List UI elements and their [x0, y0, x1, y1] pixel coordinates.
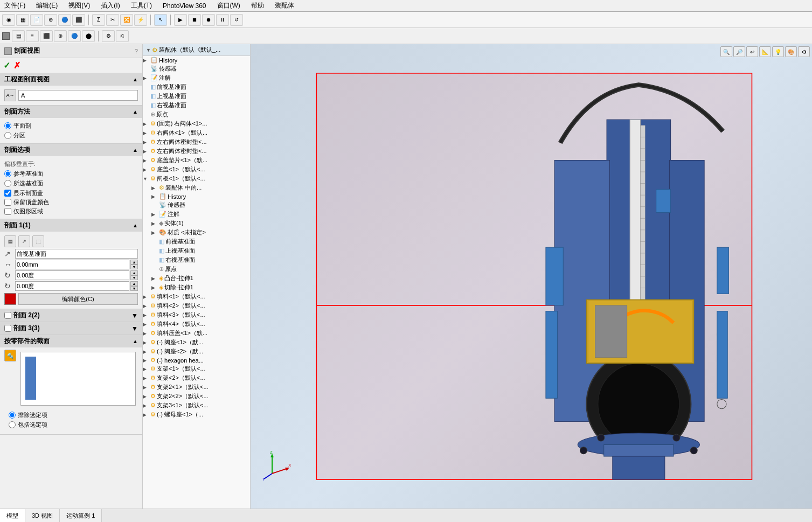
tree-item[interactable]: ▶ ⚙ 填料<4>（默认<... [143, 319, 250, 329]
section-1-header[interactable]: 剖面 1(1) ▲ [0, 219, 142, 232]
toolbar-btn-14[interactable]: ⏸ [216, 14, 229, 26]
tree-item[interactable]: ▶ 📝 注解 [143, 210, 250, 219]
toolbar-btn-15[interactable]: ↺ [230, 14, 243, 26]
cancel-button[interactable]: ✗ [13, 60, 20, 71]
tree-item[interactable]: ▶ ⚙ 支架<1>（默认<... [143, 364, 250, 373]
angle2-input[interactable] [15, 281, 129, 291]
tree-item[interactable]: ▶ ⚙ 填料<1>（默认<... [143, 292, 250, 301]
section3-check[interactable] [4, 325, 11, 332]
toolbar-btn-7[interactable]: Σ [92, 14, 105, 26]
tree-item[interactable]: ▶ ⚙ 装配体 中的... [143, 183, 250, 192]
toolbar-btn-11[interactable]: ▶ [174, 14, 187, 26]
tree-item[interactable]: ▶ ⚙ 支架2<1>（默认<... [143, 382, 250, 392]
section-options-header[interactable]: 剖面选项 ▲ [0, 144, 142, 156]
menu-insert[interactable]: 插入(I) [99, 1, 122, 10]
section1-icon1[interactable]: ▤ [4, 235, 16, 247]
menu-help[interactable]: 帮助 [249, 1, 266, 10]
panel-help-icon[interactable]: ? [135, 48, 138, 54]
tab-model[interactable]: 模型 [0, 509, 25, 522]
toolbar-btn-8[interactable]: ✂ [106, 14, 119, 26]
tree-item[interactable]: 📡 传感器 [143, 64, 250, 73]
toolbar2-btn4[interactable]: ⊕ [54, 30, 67, 42]
tree-item[interactable]: ▶ 📝 注解 [143, 73, 250, 82]
section1-icon3[interactable]: ⬚ [32, 235, 44, 247]
tab-3dview[interactable]: 3D 视图 [25, 509, 60, 522]
method-zone-radio[interactable] [4, 132, 11, 139]
angle1-spin-down[interactable]: ▼ [130, 275, 138, 280]
toolbar2-btn3[interactable]: ⬛ [40, 30, 53, 42]
toolbar-btn-pointer[interactable]: ↖ [154, 14, 167, 26]
section-3-header[interactable]: 剖面 3(3) ▼ [0, 322, 142, 335]
menu-window[interactable]: 窗口(W) [215, 1, 242, 10]
tree-item[interactable]: ◧ 上视基准面 [143, 92, 250, 101]
tree-item[interactable]: ▶ ⚙ 填料<3>（默认<... [143, 310, 250, 319]
menu-edit[interactable]: 编辑(E) [34, 1, 60, 10]
tree-item[interactable]: ⊕ 原点 [143, 265, 250, 274]
dist-spin-down[interactable]: ▼ [130, 265, 138, 269]
tree-root[interactable]: ▼ ⚙ 装配体（默认《默认_... [143, 44, 250, 56]
toolbar-btn-4[interactable]: ⊕ [44, 14, 57, 26]
tree-item[interactable]: ▶ ⚙ (-) hexagon hea... [143, 356, 250, 364]
tree-item[interactable]: ▶ ⚙ 左右阀体密封垫<... [143, 137, 250, 147]
menu-assembly[interactable]: 装配体 [273, 1, 296, 10]
method-plane-radio[interactable] [4, 122, 11, 129]
toolbar2-btn2[interactable]: ≡ [26, 30, 39, 42]
menu-file[interactable]: 文件(F) [2, 1, 27, 10]
keep-color-check[interactable] [4, 199, 11, 206]
color-edit-button[interactable]: 编辑颜色(C) [18, 293, 138, 305]
toolbar-btn-10[interactable]: ⚡ [134, 14, 147, 26]
tab-motion[interactable]: 运动算例 1 [60, 509, 102, 522]
plane-input[interactable] [15, 249, 138, 259]
toolbar2-btn6[interactable]: ⬤ [82, 30, 95, 42]
tree-item[interactable]: ▶ ⚙ 支架<2>（默认<... [143, 373, 250, 382]
toolbar-btn-9[interactable]: 🔀 [120, 14, 133, 26]
color-swatch[interactable] [4, 293, 16, 305]
tree-item[interactable]: ▶ ⚙ 支架2<2>（默认<... [143, 392, 250, 401]
viewport[interactable]: 🔍 🔎 ↩ 📐 💡 🎨 ⚙ [251, 44, 812, 509]
tree-item[interactable]: ▶ 📋 History [143, 192, 250, 200]
tree-item[interactable]: ▼ ⚙ 闸板<1>（默认<... [143, 174, 250, 183]
tree-item[interactable]: ▶ ⚙ 支架3<1>（默认<... [143, 401, 250, 410]
section-drawing-header[interactable]: 工程图剖面视图 ▲ [0, 73, 142, 86]
exclude-radio-input[interactable] [9, 412, 16, 419]
toolbar-btn-3[interactable]: 📄 [30, 14, 43, 26]
section-2-header[interactable]: 剖面 2(2) ▼ [0, 309, 142, 322]
toolbar2-btn8[interactable]: ⛭ [116, 30, 129, 42]
angle2-spin-down[interactable]: ▼ [130, 286, 138, 291]
angle1-input[interactable] [15, 270, 129, 280]
dist-input[interactable] [15, 260, 129, 269]
tree-item[interactable]: ▶ ⚙ 底盖垫片<1>（默... [143, 156, 250, 165]
toolbar2-btn7[interactable]: ⚙ [102, 30, 115, 42]
section1-icon2[interactable]: ↗ [18, 235, 30, 247]
tree-item[interactable]: ▶ ⚙ (-) 阀座<1>（默... [143, 338, 250, 347]
toolbar-btn-1[interactable]: ◉ [2, 14, 15, 26]
confirm-button[interactable]: ✓ [3, 60, 10, 71]
tree-item[interactable]: ▶ ◈ 切除-拉伸1 [143, 283, 250, 292]
tree-item[interactable]: ▶ ⚙ (-) 阀座<2>（默... [143, 347, 250, 356]
toolbar-btn-12[interactable]: ⏹ [188, 14, 201, 26]
tree-item[interactable]: ▶ 🎨 材质 <未指定> [143, 228, 250, 237]
tree-root-expand[interactable]: ▼ [146, 47, 151, 53]
toolbar-btn-2[interactable]: ▦ [16, 14, 29, 26]
menu-view[interactable]: 视图(V) [66, 1, 92, 10]
tree-item[interactable]: ▶ ⚙ 右阀体<1>（默认... [143, 128, 250, 137]
toolbar2-btn1[interactable]: ▤ [12, 30, 25, 42]
show-surface-check[interactable] [4, 190, 11, 197]
toolbar2-btn5[interactable]: 🔵 [68, 30, 81, 42]
ref-plane-radio[interactable] [4, 170, 11, 177]
include-radio-input[interactable] [9, 421, 16, 428]
tree-item[interactable]: ▶ 📋 History [143, 56, 250, 64]
tree-item[interactable]: ◧ 右视基准面 [143, 101, 250, 110]
angle1-spin-up[interactable]: ▲ [130, 270, 138, 275]
tree-item[interactable]: ◧ 上视基准面 [143, 246, 250, 255]
angle2-spin-up[interactable]: ▲ [130, 281, 138, 286]
tree-item[interactable]: ▶ ⚙ 左右阀体密封垫<... [143, 147, 250, 156]
toolbar-btn-6[interactable]: ⬛ [72, 14, 85, 26]
tree-item[interactable]: ▶ ◈ 凸台-拉伸1 [143, 274, 250, 283]
menu-tools[interactable]: 工具(T) [129, 1, 154, 10]
toolbar-btn-5[interactable]: 🔵 [58, 14, 71, 26]
sel-plane-radio[interactable] [4, 180, 11, 187]
tree-item[interactable]: 📡 传感器 [143, 200, 250, 210]
toolbar-btn-13[interactable]: ⏺ [202, 14, 215, 26]
dist-spin-up[interactable]: ▲ [130, 260, 138, 265]
